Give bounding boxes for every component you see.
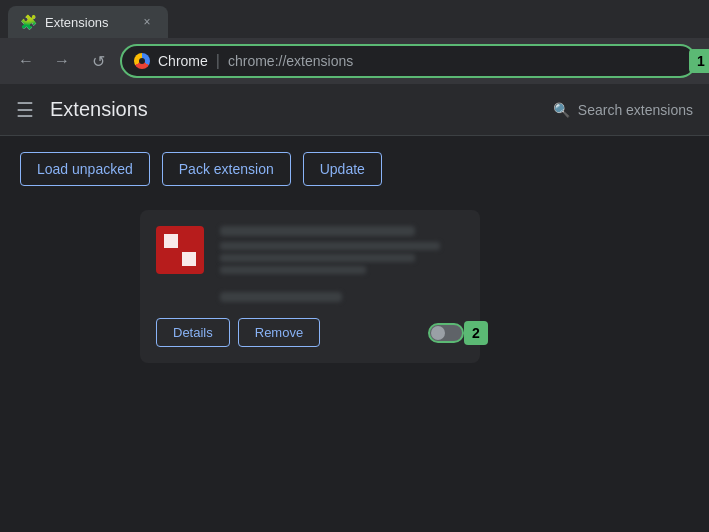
extension-card: Details Remove 2 xyxy=(140,210,480,363)
address-domain: Chrome xyxy=(158,53,208,69)
step1-badge: 1 xyxy=(689,49,709,73)
pack-extension-button[interactable]: Pack extension xyxy=(162,152,291,186)
extension-desc-blur xyxy=(220,242,464,286)
page-title: Extensions xyxy=(50,98,148,121)
blur-line-3 xyxy=(220,266,366,274)
extension-toggle[interactable] xyxy=(428,323,464,343)
back-button[interactable]: ← xyxy=(12,47,40,75)
blur-line-2 xyxy=(220,254,415,262)
address-bar[interactable]: Chrome | chrome://extensions 1 xyxy=(120,44,697,78)
extension-info xyxy=(220,226,464,302)
remove-button[interactable]: Remove xyxy=(238,318,320,347)
address-path: chrome://extensions xyxy=(228,53,353,69)
load-unpacked-button[interactable]: Load unpacked xyxy=(20,152,150,186)
toggle-area: 2 xyxy=(428,323,464,343)
browser-frame: 🧩 Extensions × ← → ↺ Chrome | chrome://e… xyxy=(0,0,709,532)
tab-bar: 🧩 Extensions × xyxy=(0,0,709,38)
extension-id-blur xyxy=(220,292,342,302)
extension-name-blur xyxy=(220,226,415,236)
toggle-knob xyxy=(431,326,445,340)
tab-close-button[interactable]: × xyxy=(138,13,156,31)
blur-line-1 xyxy=(220,242,440,250)
search-icon: 🔍 xyxy=(553,102,570,118)
step2-badge: 2 xyxy=(464,321,488,345)
address-separator: | xyxy=(216,52,220,70)
tab-favicon: 🧩 xyxy=(20,14,37,30)
page-content: ☰ Extensions 🔍 Search extensions Load un… xyxy=(0,84,709,532)
extension-icon xyxy=(156,226,204,274)
search-label: Search extensions xyxy=(578,102,693,118)
extension-footer-buttons: Details Remove xyxy=(156,318,320,347)
chrome-logo-icon xyxy=(134,53,150,69)
details-button[interactable]: Details xyxy=(156,318,230,347)
page-body: Load unpacked Pack extension Update xyxy=(0,136,709,532)
hamburger-icon[interactable]: ☰ xyxy=(16,98,34,122)
extensions-tab[interactable]: 🧩 Extensions × xyxy=(8,6,168,38)
nav-bar: ← → ↺ Chrome | chrome://extensions 1 xyxy=(0,38,709,84)
page-header: ☰ Extensions 🔍 Search extensions xyxy=(0,84,709,136)
tab-title: Extensions xyxy=(45,15,109,30)
extension-card-footer: Details Remove 2 xyxy=(156,318,464,347)
refresh-button[interactable]: ↺ xyxy=(84,47,112,75)
extension-card-inner xyxy=(156,226,464,302)
update-button[interactable]: Update xyxy=(303,152,382,186)
forward-button[interactable]: → xyxy=(48,47,76,75)
action-buttons-row: Load unpacked Pack extension Update xyxy=(20,152,689,186)
search-area[interactable]: 🔍 Search extensions xyxy=(553,102,693,118)
